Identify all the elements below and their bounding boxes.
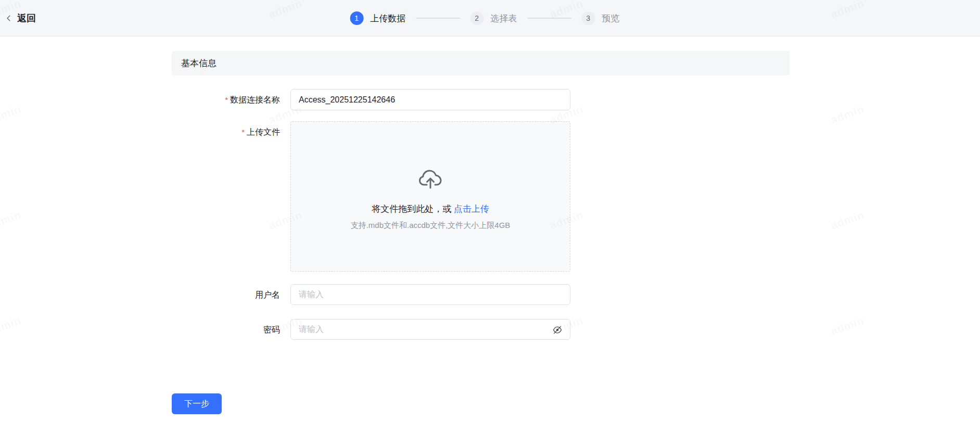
password-row: 密码 <box>172 319 570 340</box>
back-button[interactable]: 返回 <box>5 12 36 24</box>
click-to-upload-link[interactable]: 点击上传 <box>454 204 489 214</box>
username-input[interactable] <box>290 284 570 305</box>
step-2-label: 选择表 <box>490 12 517 24</box>
top-header-bar: 返回 1 上传数据 2 选择表 3 预览 <box>0 0 980 36</box>
upload-drag-text: 将文件拖到此处，或 点击上传 <box>372 203 489 215</box>
connection-name-label: *数据连接名称 <box>172 89 290 110</box>
section-header-basic-info: 基本信息 <box>172 51 790 75</box>
password-label: 密码 <box>172 319 290 340</box>
watermark-text: admin <box>0 208 23 232</box>
step-3-number: 3 <box>581 11 595 25</box>
watermark-text: admin <box>829 314 866 337</box>
required-marker: * <box>225 95 228 104</box>
password-input[interactable] <box>290 319 570 340</box>
connection-name-row: *数据连接名称 <box>172 89 570 110</box>
step-preview: 3 预览 <box>581 11 619 25</box>
step-1-label: 上传数据 <box>370 12 405 24</box>
step-connector <box>527 18 571 19</box>
watermark-text: admin <box>829 103 866 126</box>
step-2-number: 2 <box>470 11 483 25</box>
step-select-table: 2 选择表 <box>470 11 517 25</box>
watermark-text: admin <box>829 208 866 232</box>
cloud-upload-icon <box>418 169 442 189</box>
watermark-text: admin <box>0 314 23 337</box>
password-visibility-toggle[interactable] <box>552 324 563 336</box>
upload-file-row: *上传文件 将文件拖到此处，或 点击上传 支持.mdb文件和.accdb文件,文… <box>172 121 570 272</box>
section-title: 基本信息 <box>181 57 217 69</box>
chevron-left-icon <box>5 12 13 24</box>
wizard-stepper: 1 上传数据 2 选择表 3 预览 <box>350 0 619 36</box>
step-3-label: 预览 <box>602 12 619 24</box>
step-1-number: 1 <box>350 11 363 25</box>
upload-file-tip: 支持.mdb文件和.accdb文件,文件大小上限4GB <box>351 221 511 231</box>
step-upload-data: 1 上传数据 <box>350 11 405 25</box>
watermark-text: admin <box>0 103 23 126</box>
step-connector <box>416 18 460 19</box>
upload-file-label: *上传文件 <box>172 121 290 272</box>
username-row: 用户名 <box>172 284 570 305</box>
eye-off-icon <box>552 325 563 335</box>
back-button-label: 返回 <box>17 12 36 24</box>
required-marker: * <box>241 127 245 136</box>
next-step-button[interactable]: 下一步 <box>172 393 222 414</box>
connection-name-input[interactable] <box>290 89 570 110</box>
username-label: 用户名 <box>172 284 290 305</box>
upload-dropzone[interactable]: 将文件拖到此处，或 点击上传 支持.mdb文件和.accdb文件,文件大小上限4… <box>290 121 570 272</box>
